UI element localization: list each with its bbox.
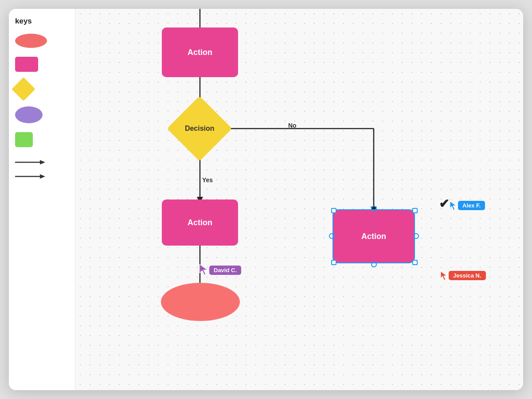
sidebar-shape-rect-pink[interactable] xyxy=(15,57,69,72)
diamond-yellow-shape xyxy=(12,77,35,101)
yes-label: Yes xyxy=(202,176,213,184)
handle-left[interactable] xyxy=(329,233,335,239)
david-cursor-icon xyxy=(199,263,208,275)
oval-node[interactable] xyxy=(161,283,240,321)
decision-node[interactable]: Decision xyxy=(167,96,232,161)
handle-bl[interactable] xyxy=(331,260,336,265)
action3-label: Action xyxy=(361,232,386,241)
app-window: keys xyxy=(9,9,523,390)
no-label: No xyxy=(288,122,297,129)
handle-bottom[interactable] xyxy=(371,262,377,267)
arrow2-icon xyxy=(15,173,45,180)
sidebar-shape-rect-green[interactable] xyxy=(15,132,69,147)
action2-label: Action xyxy=(188,218,212,227)
sidebar-title: keys xyxy=(15,17,69,26)
handle-br[interactable] xyxy=(412,260,418,265)
action2-node[interactable]: Action xyxy=(162,200,238,246)
handle-tl[interactable] xyxy=(331,208,336,213)
oval-purple-shape xyxy=(15,106,43,123)
oval-red-shape xyxy=(15,34,47,48)
jessica-label: Jessica N. xyxy=(449,271,486,280)
alex-cursor-icon xyxy=(449,200,457,210)
svg-marker-3 xyxy=(40,174,45,179)
sidebar-shape-oval-red[interactable] xyxy=(15,34,69,48)
rect-green-shape xyxy=(15,132,33,147)
svg-marker-1 xyxy=(40,160,45,164)
sidebar-shape-oval-purple[interactable] xyxy=(15,106,69,123)
alex-label: Alex F. xyxy=(458,201,485,210)
action3-node[interactable]: Action xyxy=(332,209,415,263)
david-label: David C. xyxy=(209,266,241,275)
action1-node[interactable]: Action xyxy=(162,27,238,77)
jessica-cursor: Jessica N. xyxy=(440,270,486,280)
alex-cursor: ✔ Alex F. xyxy=(439,198,485,210)
alex-checkmark-icon: ✔ xyxy=(439,198,449,210)
sidebar: keys xyxy=(9,9,75,390)
handle-tr[interactable] xyxy=(412,208,418,213)
handle-right[interactable] xyxy=(413,233,419,239)
sidebar-arrow2[interactable] xyxy=(15,173,69,180)
david-cursor: David C. xyxy=(199,263,241,275)
action1-label: Action xyxy=(188,48,212,57)
svg-marker-14 xyxy=(450,201,456,210)
sidebar-shape-diamond-yellow[interactable] xyxy=(15,81,69,98)
arrow1-icon xyxy=(15,159,45,166)
handle-top[interactable] xyxy=(371,206,377,211)
svg-marker-15 xyxy=(441,271,447,280)
decision-label: Decision xyxy=(185,125,215,133)
rect-pink-shape xyxy=(15,57,38,72)
svg-marker-13 xyxy=(200,264,207,275)
diagram-canvas[interactable]: Action Decision Yes No Action Action xyxy=(75,9,523,390)
jessica-cursor-icon xyxy=(440,270,448,280)
sidebar-arrow1[interactable] xyxy=(15,159,69,166)
